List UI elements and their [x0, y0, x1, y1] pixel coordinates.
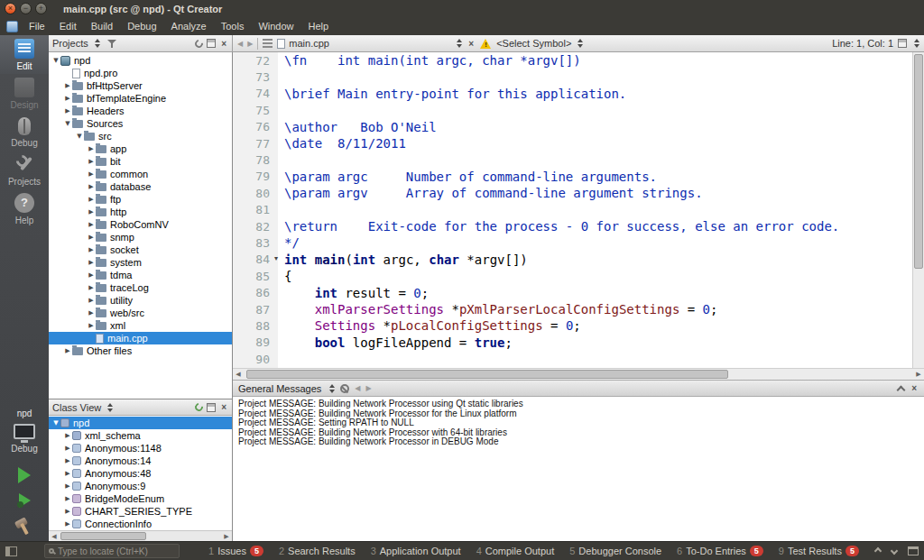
expander-icon[interactable]: ▶ [87, 322, 96, 329]
project-tree-item-npd-pro[interactable]: npd.pro [49, 67, 232, 79]
expander-icon[interactable]: ▶ [87, 234, 96, 241]
project-tree-item-http[interactable]: ▶http [49, 206, 232, 218]
class-view-item-bridgemodeenum[interactable]: ▶BridgeModeEnum [49, 492, 232, 505]
class-view-item-anonymous-14[interactable]: ▶Anonymous:14 [49, 454, 232, 467]
window-close-button[interactable]: × [5, 3, 16, 14]
mode-tab-debug[interactable]: Debug [0, 113, 49, 151]
output-pane-button-test-results[interactable]: 9Test Results5 [779, 546, 859, 556]
split-panel-icon[interactable] [207, 39, 216, 48]
menu-edit[interactable]: Edit [52, 18, 84, 34]
expander-icon[interactable]: ▼ [63, 120, 72, 127]
mode-tab-design[interactable]: Design [0, 74, 49, 113]
projects-panel-title[interactable]: Projects [52, 38, 88, 49]
project-tree-item-web-src[interactable]: ▶web/src [49, 307, 232, 319]
sync-with-editor-icon[interactable] [193, 401, 205, 413]
back-icon[interactable]: ◀ [237, 40, 243, 48]
build-button[interactable] [14, 518, 34, 536]
chevron-down-icon[interactable] [891, 547, 898, 555]
expander-icon[interactable]: ▶ [63, 482, 72, 490]
output-pane-button-to-do-entries[interactable]: 6To-Do Entries5 [677, 546, 763, 556]
locator[interactable] [44, 544, 180, 558]
project-tree-item-bftemplateengine[interactable]: ▶bfTemplateEngine [49, 92, 232, 105]
menu-window[interactable]: Window [251, 18, 300, 34]
expander-icon[interactable]: ▶ [87, 158, 96, 165]
expander-icon[interactable]: ▶ [63, 508, 72, 515]
scroll-right-icon[interactable]: ▶ [913, 371, 924, 378]
project-tree-item-app[interactable]: ▶app [49, 142, 232, 155]
expander-icon[interactable]: ▶ [87, 259, 96, 266]
project-tree-item-robocomnv[interactable]: ▶RoboComNV [49, 218, 232, 231]
kit-selector[interactable]: Debug [0, 421, 49, 456]
combo-arrows-icon[interactable] [914, 39, 919, 48]
warning-icon[interactable] [480, 39, 492, 49]
output-pane-button-issues[interactable]: 1Issues5 [208, 546, 263, 556]
titlebar[interactable]: × − + main.cpp (src @ npd) - Qt Creator [0, 0, 924, 17]
expander-icon[interactable]: ▼ [51, 419, 60, 427]
expander-icon[interactable]: ▶ [63, 107, 72, 115]
project-tree-item-headers[interactable]: ▶Headers [49, 105, 232, 117]
expander-icon[interactable]: ▶ [87, 183, 96, 190]
project-tree-item-socket[interactable]: ▶socket [49, 243, 232, 256]
forward-icon[interactable]: ▶ [247, 40, 253, 48]
project-tree-item-src[interactable]: ▼src [49, 130, 232, 142]
project-tree-item-utility[interactable]: ▶utility [49, 294, 232, 307]
expander-icon[interactable]: ▼ [75, 133, 84, 140]
code-editor[interactable]: 72737475767778798081828384▾858687888990 … [233, 52, 924, 368]
next-item-icon[interactable]: ▶ [365, 384, 371, 392]
split-editor-icon[interactable] [898, 39, 907, 48]
split-panel-icon[interactable] [207, 403, 216, 412]
class-view-item-connectioninfo[interactable]: ▶ConnectionInfo [49, 518, 232, 530]
combo-arrows-icon[interactable] [329, 384, 335, 393]
scroll-left-icon[interactable]: ◀ [233, 371, 244, 378]
output-pane-button-search-results[interactable]: 2Search Results [279, 546, 356, 556]
expander-icon[interactable]: ▶ [63, 520, 72, 528]
expander-icon[interactable]: ▶ [63, 495, 72, 502]
mode-tab-help[interactable]: Help [0, 189, 49, 228]
project-tree-item-npd[interactable]: ▼npd [49, 54, 232, 67]
menu-debug[interactable]: Debug [120, 18, 163, 34]
project-tree-item-tdma[interactable]: ▶tdma [49, 269, 232, 281]
expander-icon[interactable]: ▶ [63, 470, 72, 477]
expander-icon[interactable]: ▶ [63, 95, 72, 102]
combo-arrows-icon[interactable] [107, 403, 113, 412]
project-tree-item-ftp[interactable]: ▶ftp [49, 193, 232, 206]
close-document-button[interactable]: × [467, 39, 476, 49]
project-tree-item-snmp[interactable]: ▶snmp [49, 231, 232, 243]
class-view-title[interactable]: Class View [52, 402, 101, 413]
expander-icon[interactable]: ▶ [87, 284, 96, 291]
class-view-item-npd[interactable]: ▼npd [49, 417, 232, 429]
editor-hscrollbar[interactable]: ◀ ▶ [233, 368, 924, 380]
scrollbar-thumb[interactable] [914, 54, 923, 269]
output-pane-button-application-output[interactable]: 3Application Output [371, 546, 461, 556]
code-area[interactable]: \fn int main(int argc, char *argv[])\bri… [278, 52, 912, 368]
expander-icon[interactable]: ▶ [63, 432, 72, 439]
editor-vscrollbar[interactable] [912, 52, 924, 368]
combo-arrows-icon[interactable] [95, 39, 100, 48]
fold-marker-icon[interactable]: ▾ [274, 254, 278, 262]
run-button[interactable] [18, 467, 31, 483]
expander-icon[interactable]: ▶ [63, 457, 72, 464]
output-pane-title[interactable]: General Messages [238, 383, 321, 394]
expander-icon[interactable]: ▶ [63, 82, 72, 89]
chevron-up-icon[interactable] [874, 547, 882, 555]
open-documents-icon[interactable] [263, 39, 273, 48]
mode-tab-edit[interactable]: Edit [0, 35, 49, 74]
project-tree-item-xml[interactable]: ▶xml [49, 319, 232, 332]
scrollbar-thumb[interactable] [246, 370, 728, 379]
expander-icon[interactable]: ▶ [87, 246, 96, 253]
clear-output-icon[interactable] [340, 384, 349, 393]
symbol-dropdown[interactable]: <Select Symbol> [496, 38, 632, 49]
project-tree-item-system[interactable]: ▶system [49, 256, 232, 269]
project-tree-item-bfhttpserver[interactable]: ▶bfHttpServer [49, 79, 232, 92]
mode-tab-projects[interactable]: Projects [0, 151, 49, 189]
filter-funnel-icon[interactable] [107, 39, 117, 49]
expander-icon[interactable]: ▶ [87, 145, 96, 152]
output-pane-button-compile-output[interactable]: 4Compile Output [476, 546, 555, 556]
run-debug-button[interactable] [19, 493, 31, 508]
prev-item-icon[interactable]: ◀ [355, 384, 360, 392]
menu-file[interactable]: File [22, 18, 52, 34]
expander-icon[interactable]: ▶ [87, 297, 96, 304]
project-tree-item-main-cpp[interactable]: main.cpp [49, 332, 232, 344]
class-view-item-anonymous-1148[interactable]: ▶Anonymous:1148 [49, 442, 232, 454]
project-tree-item-bit[interactable]: ▶bit [49, 155, 232, 168]
